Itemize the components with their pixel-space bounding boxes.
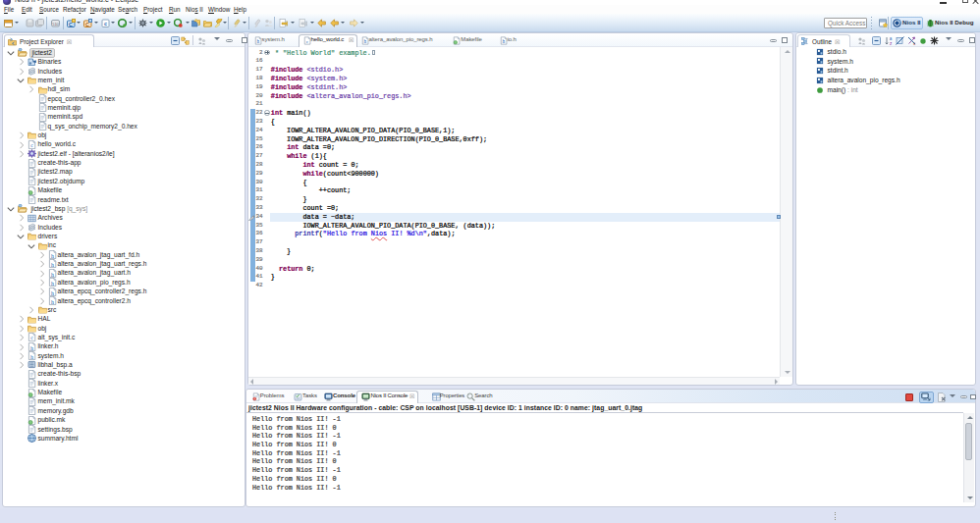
- svg-text:510: 510: [52, 22, 59, 26]
- svg-text:c: c: [103, 21, 106, 26]
- svg-text:z: z: [890, 41, 893, 45]
